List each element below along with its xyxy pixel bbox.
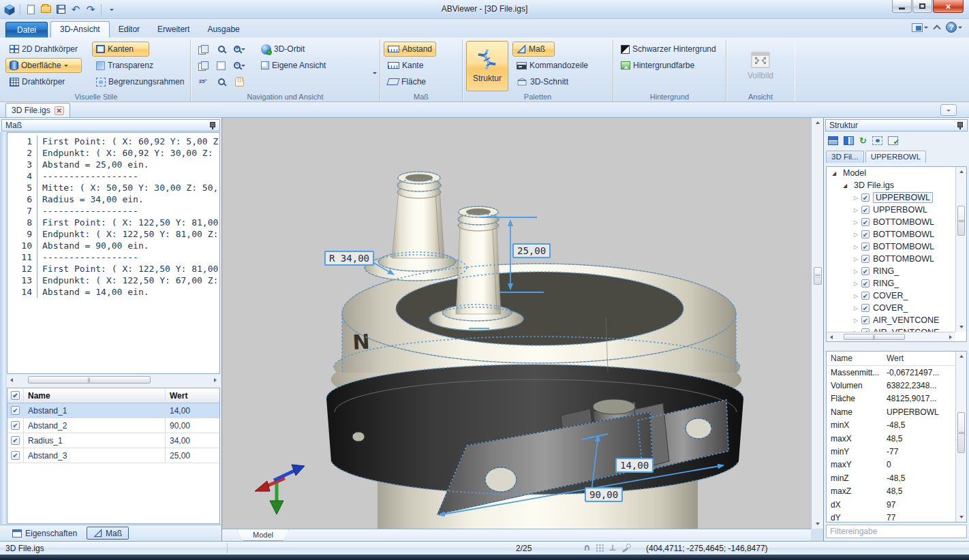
view-dropdown-caret-icon[interactable] [373, 72, 377, 76]
pin-icon[interactable] [956, 121, 964, 129]
property-row[interactable]: dY77 [827, 511, 966, 523]
tree-item[interactable]: COVER_ [827, 302, 966, 314]
table-row[interactable]: Abstand_290,00 [7, 418, 219, 433]
button-mass-palette[interactable]: Maß [512, 42, 555, 57]
button-flaeche[interactable]: Fläche [384, 74, 430, 89]
expander-icon[interactable] [852, 293, 859, 299]
tree-item[interactable]: COVER_ [827, 290, 966, 302]
button-3d-orbit[interactable]: 3D-Orbit [257, 42, 376, 57]
mass-panel-header[interactable]: Maß [1, 119, 220, 131]
tab-eigenschaften[interactable]: Eigenschaften [5, 527, 84, 540]
pan-view-button[interactable] [194, 42, 211, 57]
visibility-checkbox[interactable] [861, 304, 870, 312]
button-kante[interactable]: Kante [384, 58, 427, 73]
tree-item-root[interactable]: Model [827, 167, 966, 179]
expander-icon[interactable] [852, 305, 859, 311]
table-row[interactable]: Abstand_114,00 [7, 403, 219, 418]
redo-icon[interactable] [84, 3, 97, 16]
customize-toolbar-caret-icon[interactable] [106, 3, 118, 16]
button-transparenz[interactable]: Transparenz [92, 58, 188, 73]
measurement-log[interactable]: 1First Point: ( X: 60,92 Y: 5,00 Z 2Endp… [7, 132, 220, 374]
tree-item[interactable]: BOTTOMBOWL [827, 216, 966, 228]
scroll-left-icon[interactable] [8, 378, 13, 382]
tab-part[interactable]: UPPERBOWL [865, 151, 927, 163]
scroll-down-icon[interactable] [959, 326, 964, 330]
zoom-out-button[interactable]: − [231, 59, 248, 73]
dimension-height-label[interactable]: 25,00 [512, 243, 551, 258]
3d-viewport[interactable]: N [222, 118, 811, 541]
tree-item[interactable]: BOTTOMBOWL [827, 253, 966, 265]
pin-icon[interactable] [209, 121, 216, 129]
viewport-scrollbar[interactable] [811, 118, 823, 529]
tab-list-button[interactable] [940, 104, 957, 116]
open-file-icon[interactable] [40, 3, 52, 16]
expander-icon[interactable] [831, 170, 837, 176]
property-row[interactable]: dX97 [827, 498, 966, 511]
select-marked-icon[interactable] [888, 136, 898, 145]
scrollbar-thumb[interactable] [957, 206, 965, 236]
tree-horizontal-scrollbar[interactable] [827, 332, 955, 341]
previous-view-button[interactable] [213, 75, 230, 89]
undo-icon[interactable] [70, 3, 82, 16]
scrollbar-thumb[interactable] [28, 376, 151, 384]
property-row[interactable]: minZ-48,5 [827, 471, 966, 484]
app-logo-icon[interactable] [3, 3, 16, 16]
button-3d-schnitt[interactable]: 3D-Schnitt [512, 74, 572, 89]
table-row[interactable]: Abstand_325,00 [7, 448, 219, 463]
tree-item[interactable]: AIR_VENTCONE [827, 314, 966, 326]
property-row[interactable]: minY-77 [827, 445, 966, 458]
scrollbar-thumb[interactable] [957, 412, 965, 453]
property-row[interactable]: Massenmitt...-0,06721497... [827, 366, 966, 379]
layout-rows-icon[interactable] [828, 136, 838, 145]
property-row[interactable]: maxX48,5 [827, 432, 966, 445]
property-row[interactable]: Fläche48125,9017... [827, 392, 966, 405]
show-selection-icon[interactable] [872, 136, 882, 145]
expander-icon[interactable] [852, 256, 859, 262]
visibility-checkbox[interactable] [861, 206, 870, 214]
table-row[interactable]: Radius_134,00 [7, 433, 219, 448]
row-checkbox[interactable] [11, 436, 20, 445]
button-schwarzer-hintergrund[interactable]: Schwarzer Hintergrund [617, 42, 720, 57]
scroll-down-icon[interactable] [816, 523, 820, 527]
tab-model[interactable]: Model [237, 529, 289, 541]
scroll-down-icon[interactable] [959, 516, 964, 520]
button-begrenzungsrahmen[interactable]: Begrenzungsrahmen [92, 74, 188, 89]
expander-icon[interactable] [852, 195, 859, 201]
property-row[interactable]: maxY0 [827, 458, 966, 471]
document-tab[interactable]: 3D File.igs ✕ [5, 103, 70, 117]
ui-style-button[interactable] [912, 23, 928, 32]
expander-icon[interactable] [852, 232, 859, 238]
button-2d-drahtkoerper[interactable]: 2D Drahtkörper [5, 42, 92, 57]
tree-item[interactable]: UPPERBOWL [827, 204, 966, 216]
scrollbar-thumb[interactable] [844, 334, 905, 340]
save-icon[interactable] [55, 3, 67, 16]
dimension-radius-label[interactable]: R 34,00 [324, 251, 374, 266]
tree-item[interactable]: BOTTOMBOWL [827, 240, 966, 253]
property-row[interactable]: Volumen63822,2348... [827, 379, 966, 392]
tab-er weitert[interactable]: Erweitert [149, 22, 198, 37]
tab-datei[interactable]: Datei [5, 22, 48, 37]
visibility-checkbox[interactable] [861, 243, 870, 251]
tree-item-file[interactable]: 3D File.igs [827, 179, 966, 191]
dimension-length-label[interactable]: 90,00 [585, 487, 623, 502]
expander-icon[interactable] [852, 317, 859, 324]
property-row[interactable]: minX-48,5 [827, 419, 966, 432]
visibility-checkbox[interactable] [861, 218, 870, 226]
restore-button[interactable] [912, 0, 932, 13]
fit-extents-button[interactable] [213, 59, 230, 73]
button-kanten[interactable]: Kanten [92, 42, 149, 57]
scroll-up-icon[interactable] [959, 353, 964, 358]
button-oberflaeche[interactable]: Oberfläche [5, 58, 82, 73]
expander-icon[interactable] [852, 207, 859, 213]
close-button[interactable]: × [933, 0, 964, 13]
property-row[interactable]: maxZ48,5 [827, 485, 966, 498]
structure-tree[interactable]: Model 3D File.igs UPPERBOWL UPPERBOWL BO… [826, 166, 967, 342]
expander-icon[interactable] [842, 183, 848, 189]
zoom-in-button[interactable]: + [231, 42, 248, 57]
horizontal-scrollbar[interactable] [7, 375, 220, 385]
property-row[interactable]: NameUPPERBOWL [827, 405, 966, 418]
snap-icon[interactable] [583, 543, 591, 553]
close-tab-icon[interactable]: ✕ [55, 106, 64, 115]
filter-input[interactable] [826, 525, 967, 538]
tree-vertical-scrollbar[interactable] [955, 167, 966, 332]
